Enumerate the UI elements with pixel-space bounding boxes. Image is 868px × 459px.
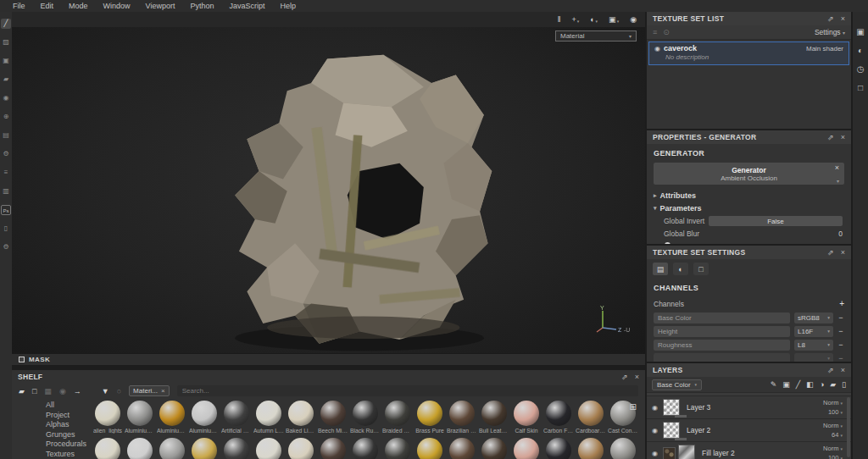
eraser-tool-icon[interactable]: ▨	[1, 37, 11, 47]
texture-set-list-header[interactable]: TEXTURE SET LIST ⇗ ×	[647, 12, 851, 25]
photoshop-badge-icon[interactable]: Ps	[1, 205, 11, 215]
channel-format-dropdown[interactable]: L16F▾	[794, 326, 833, 337]
axis-gizmo[interactable]: Y Z -U	[593, 304, 632, 335]
channel-format-dropdown[interactable]: L8▾	[794, 340, 833, 351]
close-panel-icon[interactable]: ×	[841, 14, 845, 23]
remove-channel-icon[interactable]: −	[837, 354, 844, 362]
global-invert-toggle[interactable]: False	[709, 216, 843, 226]
material-item[interactable]	[222, 438, 251, 459]
menu-item[interactable]: Window	[96, 2, 138, 10]
material-picker-tool-icon[interactable]: ▤	[1, 130, 11, 141]
material-item[interactable]	[93, 438, 122, 459]
viewport-3d[interactable]: ‖ +▾ ◐▾ ▣▾ ◉	[12, 12, 645, 365]
add-smart-mask-icon[interactable]: ◑	[820, 380, 824, 389]
texture-set-settings-header[interactable]: TEXTURE SET SETTINGS ⇗ ×	[647, 246, 851, 259]
menu-item[interactable]: Python	[182, 2, 221, 10]
material-item[interactable]: Aluminium ...	[125, 401, 154, 434]
display-settings-dock-icon[interactable]: ◐	[858, 46, 863, 55]
visibility-eye-icon[interactable]: ◉	[652, 427, 658, 434]
add-channel-icon[interactable]: +	[839, 299, 844, 308]
material-item[interactable]: Aluminium ...	[190, 401, 219, 434]
material-item[interactable]	[190, 438, 219, 459]
opacity-dropdown[interactable]: 64 ▾	[832, 431, 843, 439]
channel-format-dropdown[interactable]: sRGB8▾	[794, 312, 833, 324]
shelf-category[interactable]: Procedurals	[12, 440, 88, 450]
global-blur-slider[interactable]	[664, 242, 843, 244]
layers-header[interactable]: LAYERS ⇗ ×	[647, 363, 851, 377]
slider-knob[interactable]	[665, 242, 670, 244]
menu-item[interactable]: Edit	[33, 2, 62, 10]
viewport-canvas[interactable]: Y Z -U	[12, 27, 645, 353]
material-item[interactable]: Beech Mid...	[319, 401, 348, 434]
material-item[interactable]: Bull Leather	[480, 401, 509, 434]
menu-item[interactable]: File	[5, 2, 33, 10]
remove-channel-icon[interactable]: −	[837, 313, 844, 322]
camera-view-icon[interactable]: ▣▾	[609, 15, 619, 24]
material-item[interactable]: Cardboard ...	[576, 401, 605, 434]
detach-panel-icon[interactable]: ⇗	[827, 133, 834, 141]
smudge-tool-icon[interactable]: ◉	[1, 93, 11, 103]
material-item[interactable]	[319, 438, 348, 459]
material-item[interactable]	[351, 438, 380, 459]
remove-channel-icon[interactable]: −	[837, 327, 844, 335]
menu-item[interactable]: JavaScript	[221, 2, 272, 10]
fill-content-thumbnail[interactable]	[663, 447, 676, 459]
blend-mode-dropdown[interactable]: Norm ▾	[823, 399, 843, 406]
polygon-fill-tool-icon[interactable]: ▰	[1, 75, 11, 85]
projection-tool-icon[interactable]: ▣	[1, 56, 11, 66]
shading-mode-dropdown[interactable]: Material ▾	[555, 30, 637, 41]
close-panel-icon[interactable]: ×	[841, 248, 845, 257]
grid-view-icon[interactable]: ⊞	[630, 402, 637, 412]
menu-item[interactable]: Mode	[61, 2, 96, 10]
tab-resize-icon[interactable]: □	[693, 263, 709, 275]
pause-icon[interactable]: ‖	[558, 15, 561, 24]
global-blur-value[interactable]: 0	[838, 230, 843, 238]
layer-row-fill-layer2[interactable]: ◉ Fill layer 2 Norm ▾ 100 ▾	[647, 442, 851, 459]
settings-dropdown[interactable]: Settings ▾	[815, 28, 845, 36]
material-item[interactable]: Baked Light...	[287, 401, 315, 434]
clone-tool-icon[interactable]: ⊕	[1, 112, 11, 122]
material-item[interactable]	[254, 438, 283, 459]
material-item[interactable]	[158, 438, 186, 459]
material-item[interactable]	[448, 438, 476, 459]
material-item[interactable]: Artificial La...	[222, 401, 251, 434]
fill-mask-thumbnail[interactable]	[678, 445, 695, 459]
hide-resource-icon[interactable]: ◉	[59, 387, 66, 395]
camera-dock-icon[interactable]: ▣	[856, 27, 864, 36]
detach-panel-icon[interactable]: ⇗	[827, 366, 834, 374]
add-folder-icon[interactable]: ▰	[830, 380, 836, 389]
material-item[interactable]	[287, 438, 315, 459]
material-item[interactable]: Carbon Fiber	[544, 401, 573, 434]
shelf-category[interactable]: Textures	[12, 450, 88, 459]
rock-model[interactable]	[190, 51, 529, 356]
layer-thumbnail[interactable]	[663, 399, 680, 416]
opacity-dropdown[interactable]: 100 ▾	[828, 454, 843, 459]
material-item[interactable]: Autumn Leaf	[254, 401, 283, 434]
material-item[interactable]	[125, 438, 154, 459]
material-item[interactable]: Calf Skin	[512, 401, 541, 434]
opacity-dropdown[interactable]: 100 ▾	[828, 408, 843, 416]
shelf-category[interactable]: Project	[12, 411, 88, 421]
detach-panel-icon[interactable]: ⇗	[827, 248, 834, 257]
save-resource-icon[interactable]: ▦	[44, 387, 52, 395]
texture-set-item-caverock[interactable]: ◉ caverock Main shader No description	[648, 41, 849, 65]
attributes-group[interactable]: ▸ Attributes	[647, 189, 851, 202]
detach-panel-icon[interactable]: ⇗	[827, 14, 834, 23]
clear-generator-icon[interactable]: ×	[835, 163, 839, 172]
channel-name-input[interactable]: Roughness	[654, 340, 790, 351]
new-resource-icon[interactable]: □	[32, 387, 36, 395]
material-item[interactable]: Black Rubb...	[351, 401, 380, 434]
search-input[interactable]	[177, 387, 638, 395]
material-item[interactable]	[609, 438, 637, 459]
shelf-category[interactable]: Alphas	[12, 420, 88, 430]
close-panel-icon[interactable]: ×	[635, 373, 639, 381]
visibility-eye-icon[interactable]: ◉	[654, 45, 660, 53]
detach-panel-icon[interactable]: ⇗	[621, 373, 628, 381]
remove-channel-icon[interactable]: −	[837, 340, 844, 349]
material-item[interactable]	[576, 438, 605, 459]
menu-item[interactable]: Help	[272, 2, 303, 10]
layer-thumbnail[interactable]	[663, 422, 680, 439]
material-item[interactable]	[512, 438, 541, 459]
history-dock-icon[interactable]: ◷	[857, 64, 865, 74]
close-panel-icon[interactable]: ×	[841, 133, 845, 141]
